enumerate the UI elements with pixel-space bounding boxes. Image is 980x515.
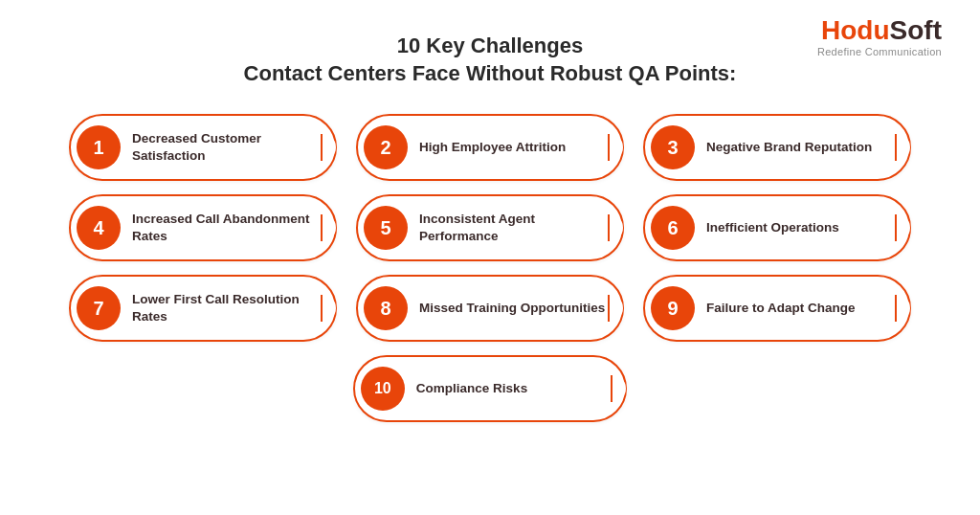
- grid-row-3: 7 Lower First Call Resolution Rates 8 Mi…: [69, 275, 911, 342]
- challenge-number-8: 8: [364, 286, 408, 330]
- logo: HoduSoft Redefine Communication: [817, 17, 942, 57]
- header-line2: Contact Centers Face Without Robust QA P…: [244, 61, 737, 85]
- grid-row-4: 10 Compliance Risks: [69, 355, 911, 422]
- grid-row-2: 4 Increased Call Abandonment Rates 5 Inc…: [69, 194, 911, 261]
- challenge-number-1: 1: [77, 125, 121, 169]
- logo-soft: Soft: [890, 15, 942, 45]
- challenge-text-9: Failure to Adapt Change: [706, 300, 856, 317]
- header: 10 Key Challenges Contact Centers Face W…: [38, 33, 942, 87]
- challenge-card-9: 9 Failure to Adapt Change: [643, 275, 911, 342]
- challenge-card-1: 1 Decreased Customer Satisfaction: [69, 114, 337, 181]
- header-line1: 10 Key Challenges: [397, 34, 583, 57]
- challenge-text-4: Increased Call Abandonment Rates: [132, 211, 320, 245]
- challenge-number-6: 6: [651, 206, 695, 250]
- challenge-number-2: 2: [364, 125, 408, 169]
- challenge-number-5: 5: [364, 206, 408, 250]
- challenge-number-3: 3: [651, 125, 695, 169]
- challenge-text-8: Missed Training Opportunities: [419, 300, 605, 317]
- challenge-card-5: 5 Inconsistent Agent Performance: [356, 194, 624, 261]
- challenges-grid: 1 Decreased Customer Satisfaction 2 High…: [69, 114, 911, 422]
- page-wrapper: HoduSoft Redefine Communication 10 Key C…: [0, 0, 980, 515]
- logo-hodu: Hodu: [821, 15, 890, 45]
- challenge-card-10: 10 Compliance Risks: [353, 355, 627, 422]
- header-title: 10 Key Challenges Contact Centers Face W…: [38, 33, 942, 87]
- challenge-number-10: 10: [361, 367, 405, 411]
- challenge-text-7: Lower First Call Resolution Rates: [132, 291, 320, 325]
- challenge-card-7: 7 Lower First Call Resolution Rates: [69, 275, 337, 342]
- grid-row-1: 1 Decreased Customer Satisfaction 2 High…: [69, 114, 911, 181]
- logo-text: HoduSoft: [817, 17, 942, 44]
- challenge-text-10: Compliance Risks: [416, 380, 527, 397]
- challenge-card-4: 4 Increased Call Abandonment Rates: [69, 194, 337, 261]
- challenge-text-3: Negative Brand Reputation: [706, 139, 872, 156]
- challenge-text-1: Decreased Customer Satisfaction: [132, 130, 320, 165]
- challenge-number-9: 9: [651, 286, 695, 330]
- logo-tagline: Redefine Communication: [817, 46, 942, 57]
- challenge-card-2: 2 High Employee Attrition: [356, 114, 624, 181]
- challenge-text-2: High Employee Attrition: [419, 139, 566, 156]
- challenge-text-5: Inconsistent Agent Performance: [419, 211, 607, 245]
- challenge-text-6: Inefficient Operations: [706, 219, 839, 236]
- challenge-number-7: 7: [77, 286, 121, 330]
- challenge-card-6: 6 Inefficient Operations: [643, 194, 911, 261]
- challenge-card-8: 8 Missed Training Opportunities: [356, 275, 624, 342]
- challenge-card-3: 3 Negative Brand Reputation: [643, 114, 911, 181]
- challenge-number-4: 4: [77, 206, 121, 250]
